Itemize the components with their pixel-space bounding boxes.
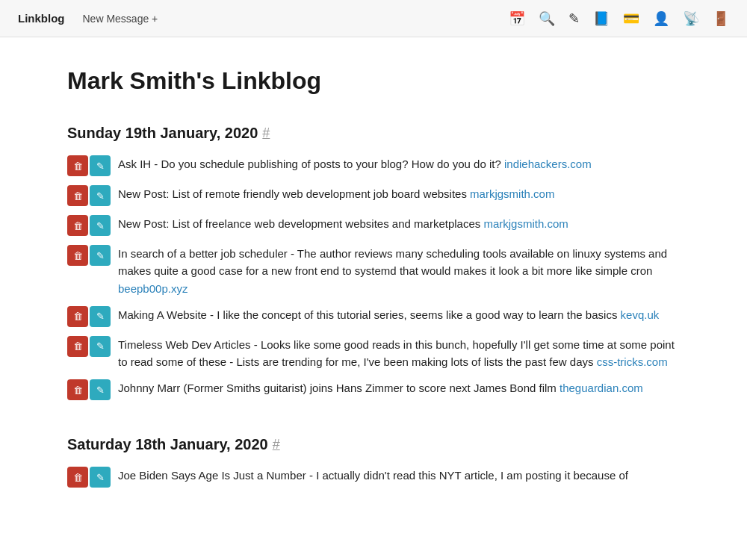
navbar-left: Linkblog New Message + (18, 12, 158, 25)
edit-button[interactable]: ✎ (90, 467, 111, 488)
date-groups: Sunday 19th January, 2020 #🗑✎Ask IH - Do… (67, 125, 680, 488)
post-text: New Post: List of freelance web developm… (118, 215, 680, 232)
edit-icon[interactable]: ✎ (568, 12, 580, 25)
delete-button[interactable]: 🗑 (67, 306, 88, 327)
date-label: Saturday 18th January, 2020 (67, 436, 268, 453)
calendar-icon[interactable]: 📅 (509, 12, 525, 25)
post-actions: 🗑✎ (67, 215, 111, 236)
post-text: New Post: List of remote friendly web de… (118, 185, 680, 202)
delete-button[interactable]: 🗑 (67, 215, 88, 236)
delete-button[interactable]: 🗑 (67, 155, 88, 176)
navbar-icons: 📅 🔍 ✎ 📘 💳 👤 📡 🚪 (509, 12, 729, 25)
date-group: Sunday 19th January, 2020 #🗑✎Ask IH - Do… (67, 125, 680, 400)
delete-button[interactable]: 🗑 (67, 185, 88, 206)
post-link[interactable]: theguardian.com (560, 382, 643, 394)
post-text: Ask IH - Do you schedule publishing of p… (118, 155, 680, 172)
date-anchor[interactable]: # (262, 125, 270, 141)
post-text: In search of a better job scheduler - Th… (118, 245, 680, 297)
list-item: 🗑✎Ask IH - Do you schedule publishing of… (67, 155, 680, 176)
list-item: 🗑✎New Post: List of freelance web develo… (67, 215, 680, 236)
edit-button[interactable]: ✎ (90, 155, 111, 176)
list-item: 🗑✎Joe Biden Says Age Is Just a Number - … (67, 467, 680, 488)
post-link[interactable]: markjgsmith.com (470, 187, 554, 200)
post-link[interactable]: beepb00p.xyz (118, 282, 187, 295)
brand-logo: Linkblog (18, 12, 65, 25)
date-heading: Sunday 19th January, 2020 # (67, 125, 680, 142)
delete-button[interactable]: 🗑 (67, 245, 88, 266)
post-actions: 🗑✎ (67, 185, 111, 206)
delete-button[interactable]: 🗑 (67, 336, 88, 357)
user-icon[interactable]: 👤 (653, 12, 669, 25)
post-link[interactable]: markjgsmith.com (483, 217, 568, 230)
page-title: Mark Smith's Linkblog (67, 67, 680, 95)
main-content: Mark Smith's Linkblog Sunday 19th Januar… (45, 37, 702, 553)
edit-button[interactable]: ✎ (90, 336, 111, 357)
delete-button[interactable]: 🗑 (67, 467, 88, 488)
post-text: Making A Website - I like the concept of… (118, 306, 680, 323)
post-actions: 🗑✎ (67, 379, 111, 400)
navbar: Linkblog New Message + 📅 🔍 ✎ 📘 💳 👤 📡 🚪 (0, 0, 747, 37)
list-item: 🗑✎Timeless Web Dev Articles - Looks like… (67, 336, 680, 371)
post-actions: 🗑✎ (67, 245, 111, 266)
post-actions: 🗑✎ (67, 336, 111, 357)
date-heading: Saturday 18th January, 2020 # (67, 436, 680, 453)
delete-button[interactable]: 🗑 (67, 379, 88, 400)
edit-button[interactable]: ✎ (90, 379, 111, 400)
post-text: Joe Biden Says Age Is Just a Number - I … (118, 467, 680, 484)
list-item: 🗑✎New Post: List of remote friendly web … (67, 185, 680, 206)
edit-button[interactable]: ✎ (90, 245, 111, 266)
logout-icon[interactable]: 🚪 (713, 12, 729, 25)
edit-button[interactable]: ✎ (90, 215, 111, 236)
card-icon[interactable]: 💳 (623, 12, 639, 25)
post-actions: 🗑✎ (67, 467, 111, 488)
list-item: 🗑✎Making A Website - I like the concept … (67, 306, 680, 327)
new-message-button[interactable]: New Message + (83, 13, 158, 25)
date-label: Sunday 19th January, 2020 (67, 125, 258, 142)
book-icon[interactable]: 📘 (593, 12, 610, 25)
rss-icon[interactable]: 📡 (683, 12, 699, 25)
post-link[interactable]: css-tricks.com (597, 355, 668, 368)
post-actions: 🗑✎ (67, 155, 111, 176)
list-item: 🗑✎In search of a better job scheduler - … (67, 245, 680, 297)
edit-button[interactable]: ✎ (90, 306, 111, 327)
search-icon[interactable]: 🔍 (539, 12, 555, 25)
post-text: Johnny Marr (Former Smiths guitarist) jo… (118, 379, 680, 396)
edit-button[interactable]: ✎ (90, 185, 111, 206)
post-text: Timeless Web Dev Articles - Looks like s… (118, 336, 680, 371)
date-anchor[interactable]: # (273, 437, 280, 452)
post-link[interactable]: indiehackers.com (504, 158, 592, 170)
list-item: 🗑✎Johnny Marr (Former Smiths guitarist) … (67, 379, 680, 400)
post-link[interactable]: kevq.uk (621, 308, 660, 321)
date-group: Saturday 18th January, 2020 #🗑✎Joe Biden… (67, 436, 680, 488)
post-actions: 🗑✎ (67, 306, 111, 327)
